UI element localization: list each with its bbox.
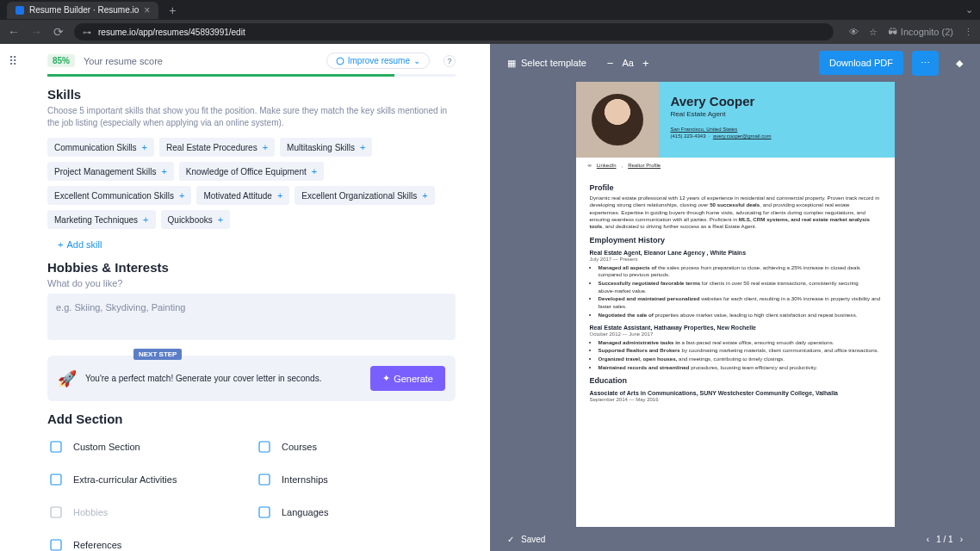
check-icon: ✓ [507,535,514,544]
bullet: Supported Realtors and Brokers by coordi… [599,347,881,355]
skill-chip[interactable]: Motivated Attitude+ [196,186,289,205]
add-skill-label: Add skill [66,239,102,250]
close-icon[interactable]: × [144,4,150,16]
svg-rect-4 [259,474,270,485]
generate-button[interactable]: ✦ Generate [370,366,445,391]
zoom-out-button[interactable]: − [607,57,614,70]
resume-email: avery.cooper@gmail.com [713,133,772,139]
help-icon[interactable]: ? [443,55,456,67]
chip-label: Real Estate Procedures [166,143,257,152]
education-heading: Education [590,376,881,385]
star-icon[interactable]: ☆ [869,27,878,38]
incognito-indicator[interactable]: 🕶 Incognito (2) [888,27,953,37]
skill-chip[interactable]: Quickbooks+ [161,210,231,229]
improve-resume-button[interactable]: Improve resume ⌄ [326,53,430,69]
select-template-button[interactable]: ▦ Select template [507,58,586,69]
plus-icon: + [161,166,166,176]
add-skill-button[interactable]: + Add skill [47,239,456,250]
skill-chip[interactable]: Communication Skills+ [47,138,154,157]
resume-preview: Avery Cooper Real Estate Agent San Franc… [576,82,895,527]
add-item-label: Hobbies [73,507,108,517]
add-section-lang[interactable]: Languages [256,500,456,524]
reload-button[interactable]: ⟳ [52,25,65,39]
incognito-label: Incognito (2) [901,27,953,37]
bullet: Developed and maintained personalized we… [599,295,881,310]
bullet: Managed all aspects of the sales process… [599,264,881,279]
skill-chip[interactable]: Multitasking Skills+ [280,138,372,157]
resume-title: Real Estate Agent [671,110,883,118]
chevron-down-icon: ⌄ [413,56,420,65]
new-tab-button[interactable]: + [169,3,176,17]
chip-label: Excellent Organizational Skills [301,191,417,201]
more-button[interactable]: ⋯ [912,51,939,76]
rocket-icon: 🚀 [58,369,77,388]
svg-rect-2 [259,442,270,452]
tab-title: Resume Builder · Resume.io [29,5,139,15]
skill-chip[interactable]: Knowledge of Office Equipment+ [179,162,324,181]
add-item-label: Languages [282,507,328,517]
improve-label: Improve resume [348,56,410,65]
add-section-courses[interactable]: Courses [256,435,456,459]
plus-icon: + [143,214,148,225]
add-section-hobbies: Hobbies [47,500,247,524]
score-label: Your resume score [84,56,163,66]
add-item-label: Courses [282,442,317,452]
incognito-icon: 🕶 [888,27,897,37]
hobbies-input[interactable] [47,294,456,340]
plus-icon: + [263,142,268,152]
forward-button: → [29,25,43,39]
svg-rect-6 [259,507,270,517]
employment-heading: Employment History [590,236,881,245]
bullet: Managed administrative tasks in a fast-p… [599,339,881,347]
apps-icon[interactable]: ⠿ [9,54,17,68]
plus-icon: + [312,166,317,176]
resume-phone: (415) 223-4343 [671,133,706,139]
menu-icon[interactable]: ⋮ [964,27,973,38]
browser-tab[interactable]: Resume Builder · Resume.io × [7,2,158,19]
zoom-in-button[interactable]: + [642,57,649,70]
score-progress [47,74,456,77]
skill-chip[interactable]: Excellent Communication Skills+ [47,186,191,205]
skill-chip[interactable]: Project Management Skills+ [47,162,174,181]
svg-rect-7 [51,540,61,550]
next-page-button[interactable]: › [960,535,963,544]
page-indicator: 1 / 1 [936,535,952,544]
profile-text: Dynamic real estate professional with 12… [590,195,881,231]
chevron-down-icon[interactable]: ⌄ [965,4,973,15]
add-item-label: Extra-curricular Activities [73,474,177,485]
job2-date: October 2012 — June 2017 [590,331,881,337]
match-text: You're a perfect match! Generate your co… [85,374,362,383]
eye-off-icon[interactable]: 👁 [849,27,859,37]
resume-city: San Francisco, United States [671,127,738,132]
font-icon: Aa [622,58,633,68]
skills-desc: Choose 5 important skills that show you … [47,105,456,129]
next-step-badge: NEXT STEP [133,349,182,360]
chip-label: Project Management Skills [54,167,156,176]
score-badge: 85% [47,54,75,67]
download-pdf-button[interactable]: Download PDF [819,51,903,75]
chip-label: Excellent Communication Skills [54,191,174,201]
add-section-custom[interactable]: Custom Section [47,435,247,459]
plus-icon: + [277,190,282,201]
lock-icon: ⊶ [83,28,91,37]
plus-icon: + [360,142,365,152]
plus-icon: + [179,190,184,201]
grid-icon: ▦ [507,58,516,69]
plus-icon: + [142,142,147,152]
prev-page-button[interactable]: ‹ [927,535,929,544]
resume-link-2: Realtor Profile [628,163,661,168]
svg-rect-1 [51,442,61,452]
skill-chip[interactable]: Marketing Techniques+ [47,210,156,229]
add-section-intern[interactable]: Internships [256,467,456,492]
bullet: Organized travel, open houses, and meeti… [599,356,881,363]
intern-icon [256,471,273,488]
add-section-ref[interactable]: References [47,533,247,551]
plus-icon: + [422,190,427,201]
chip-label: Marketing Techniques [54,215,138,225]
url-bar[interactable]: ⊶ resume.io/app/resumes/45893991/edit [74,23,834,40]
add-section-activities[interactable]: Extra-curricular Activities [47,467,247,492]
skill-chip[interactable]: Real Estate Procedures+ [159,138,275,157]
back-button[interactable]: ← [7,25,21,39]
hobbies-heading: Hobbies & Interests [47,260,456,275]
skill-chip[interactable]: Excellent Organizational Skills+ [295,186,434,205]
